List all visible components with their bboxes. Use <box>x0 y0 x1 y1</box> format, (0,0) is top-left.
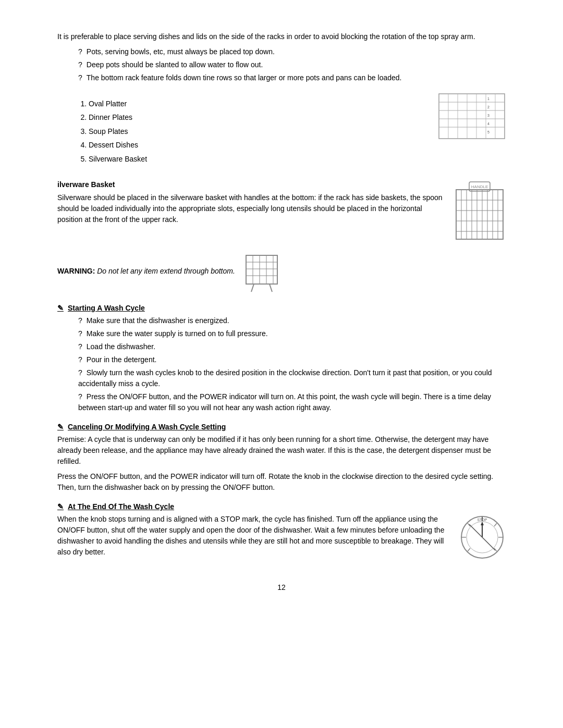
numbered-item-3: Soup Plates <box>89 126 427 137</box>
bullet-item-3: The bottom rack feature folds down tine … <box>73 72 506 83</box>
numbered-list: Oval Platter Dinner Plates Soup Plates D… <box>89 98 427 165</box>
wash-bullet-5: Slowly turn the wash cycles knob to the … <box>73 367 506 389</box>
numbered-list-col: Oval Platter Dinner Plates Soup Plates D… <box>57 93 427 170</box>
svg-text:1: 1 <box>487 97 489 101</box>
warning-label: WARNING: <box>57 267 95 275</box>
bullet-item-2: Deep pots should be slanted to allow wat… <box>73 59 506 70</box>
svg-line-45 <box>494 523 497 526</box>
warning-section: WARNING: Do not let any item extend thro… <box>57 253 506 294</box>
silverware-diagram: HANDLE <box>454 179 506 242</box>
end-cycle-text: When the knob stops turning and is align… <box>57 514 448 558</box>
cancel-heading: ✎ Canceling Or Modifying A Wash Cycle Se… <box>57 423 506 431</box>
bullet-item-1: Pots, serving bowls, etc, must always be… <box>73 46 506 57</box>
wash-bullet-2: Make sure the water supply is turned on … <box>73 328 506 339</box>
cancel-para2: Press the ON/OFF button, and the POWER i… <box>57 471 506 493</box>
svg-rect-31 <box>246 255 277 284</box>
warning-diagram <box>243 253 280 294</box>
knob-diagram-col: STOP <box>459 514 506 562</box>
intro-section: It is preferable to place serving dishes… <box>57 31 506 83</box>
numbered-item-5: Silverware Basket <box>89 153 427 165</box>
end-cycle-heading: ✎ At The End Of The Wash Cycle <box>57 502 506 511</box>
warning-description: Do not let any item extend through botto… <box>97 267 235 275</box>
end-cycle-title: At The End Of The Wash Cycle <box>68 502 174 511</box>
svg-text:5: 5 <box>487 130 489 134</box>
intro-text: It is preferable to place serving dishes… <box>57 31 506 42</box>
cancel-section: ✎ Canceling Or Modifying A Wash Cycle Se… <box>57 423 506 493</box>
pencil-icon: ✎ <box>57 304 64 312</box>
silverware-diagram-col: HANDLE <box>454 179 506 243</box>
knob-diagram: STOP <box>459 514 506 561</box>
silverware-section: ilverware Basket Silverware should be pl… <box>57 179 506 243</box>
svg-text:4: 4 <box>487 122 489 126</box>
intro-bullets: Pots, serving bowls, etc, must always be… <box>73 46 506 83</box>
svg-marker-52 <box>481 522 484 525</box>
wash-cycle-bullets: Make sure that the dishwasher is energiz… <box>73 315 506 413</box>
silverware-text-col: ilverware Basket Silverware should be pl… <box>57 179 443 229</box>
end-cycle-section: ✎ At The End Of The Wash Cycle When the … <box>57 502 506 562</box>
svg-line-40 <box>270 284 272 292</box>
svg-line-50 <box>468 548 470 551</box>
svg-text:2: 2 <box>487 105 489 109</box>
wash-bullet-3: Load the dishwasher. <box>73 341 506 352</box>
silverware-heading: ilverware Basket <box>57 179 443 190</box>
document-page: It is preferable to place serving dishes… <box>57 0 506 623</box>
wash-cycle-title: Starting A Wash Cycle <box>68 304 145 312</box>
warning-text: WARNING: Do not let any item extend thro… <box>57 266 235 277</box>
silverware-text: Silverware should be placed in the silve… <box>57 192 443 225</box>
page-number: 12 <box>57 583 506 591</box>
svg-text:HANDLE: HANDLE <box>471 184 488 189</box>
wash-cycle-section: ✎ Starting A Wash Cycle Make sure that t… <box>57 304 506 413</box>
svg-rect-0 <box>439 94 505 139</box>
pencil-icon-2: ✎ <box>57 423 64 431</box>
wash-bullet-1: Make sure that the dishwasher is energiz… <box>73 315 506 326</box>
wash-bullet-6: Press the ON/OFF button, and the POWER i… <box>73 391 506 413</box>
pencil-icon-3: ✎ <box>57 502 64 511</box>
rack-diagram-col: 1 2 3 4 5 <box>438 93 506 141</box>
wash-bullet-4: Pour in the detergent. <box>73 354 506 365</box>
svg-text:3: 3 <box>487 114 489 117</box>
svg-rect-16 <box>456 190 503 239</box>
end-cycle-content: When the knob stops turning and is align… <box>57 514 506 562</box>
cancel-para1: Premise: A cycle that is underway can on… <box>57 434 506 467</box>
numbered-item-1: Oval Platter <box>89 98 427 109</box>
numbered-section: Oval Platter Dinner Plates Soup Plates D… <box>57 93 506 170</box>
cancel-title: Canceling Or Modifying A Wash Cycle Sett… <box>68 423 226 431</box>
rack-diagram: 1 2 3 4 5 <box>438 93 506 140</box>
numbered-item-4: Dessert Dishes <box>89 139 427 151</box>
wash-cycle-heading: ✎ Starting A Wash Cycle <box>57 304 506 312</box>
numbered-item-2: Dinner Plates <box>89 112 427 123</box>
svg-line-39 <box>251 284 254 292</box>
